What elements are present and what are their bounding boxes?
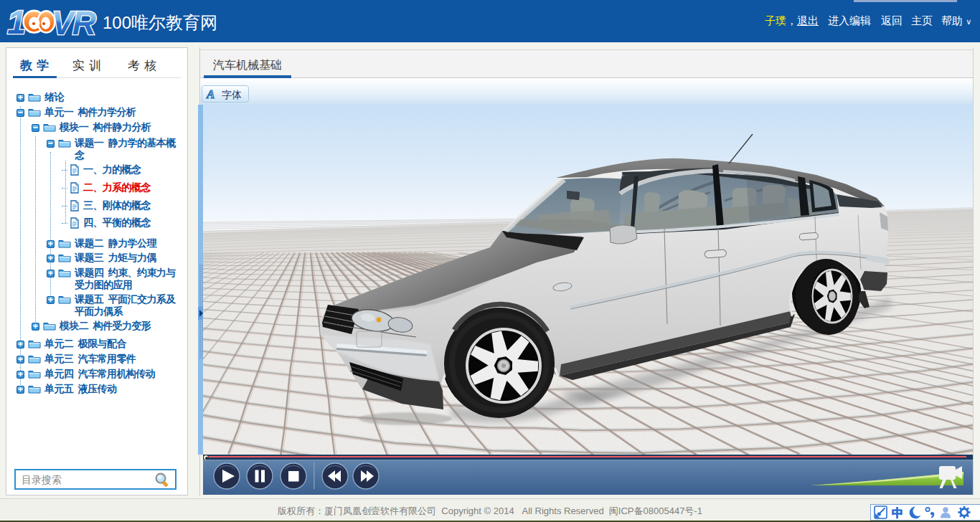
svg-text:A: A <box>206 87 215 100</box>
svg-text:VR: VR <box>52 4 96 39</box>
svg-text:中: 中 <box>892 507 903 519</box>
